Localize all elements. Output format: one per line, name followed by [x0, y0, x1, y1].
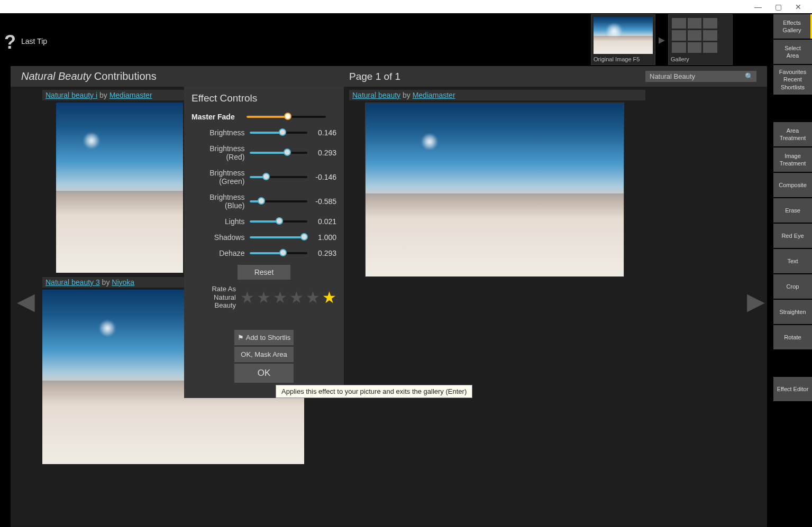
ok-tooltip: Applies this effect to your picture and … — [276, 385, 472, 398]
slider-1[interactable] — [250, 152, 307, 154]
slider-label-1: Brightness (Red) — [191, 144, 250, 161]
star-6[interactable]: ★ — [322, 288, 336, 307]
star-5[interactable]: ★ — [306, 288, 320, 307]
slider-label-0: Brightness — [191, 128, 250, 137]
star-4[interactable]: ★ — [289, 288, 304, 307]
slider-value-3: -0.585 — [311, 197, 336, 206]
panel-title: Effect Controls — [191, 93, 336, 104]
original-image-card[interactable]: Original Image F5 — [591, 14, 655, 65]
slider-label-3: Brightness (Blue) — [191, 193, 250, 210]
rail-text[interactable]: Text — [773, 249, 812, 273]
slider-value-2: -0.146 — [311, 173, 336, 181]
prev-arrow[interactable]: ◀ — [17, 288, 35, 315]
slider-value-6: 0.293 — [311, 249, 336, 257]
gallery-header: Natural Beauty Contributions Page 1 of 1… — [11, 66, 767, 87]
rail-rotate[interactable]: Rotate — [773, 325, 812, 349]
item-2-link[interactable]: Natural beauty — [352, 91, 400, 99]
slider-3[interactable] — [250, 200, 307, 202]
rail-crop[interactable]: Crop — [773, 274, 812, 299]
slider-value-4: 0.021 — [311, 217, 336, 226]
close-button[interactable]: ✕ — [795, 3, 801, 11]
item-3-link[interactable]: Natural beauty 3 — [45, 278, 100, 286]
slider-2[interactable] — [250, 176, 307, 178]
rail-effects-gallery[interactable]: Effects Gallery — [773, 14, 812, 39]
master-fade-slider[interactable] — [247, 116, 326, 118]
rail-straighten[interactable]: Straighten — [773, 300, 812, 324]
slider-5[interactable] — [250, 236, 307, 238]
star-3[interactable]: ★ — [273, 288, 287, 307]
gallery-card[interactable]: Gallery — [668, 14, 733, 65]
search-input[interactable] — [645, 71, 756, 82]
window-titlebar: — ▢ ✕ — [0, 0, 812, 13]
slider-6[interactable] — [250, 252, 307, 254]
item-1-header: Natural beauty i by Mediamaster — [42, 90, 185, 100]
ok-button[interactable]: OK — [234, 364, 294, 383]
original-thumbnail — [594, 17, 653, 54]
last-tip-link[interactable]: Last Tip — [21, 37, 47, 45]
page-indicator: Page 1 of 1 — [349, 71, 400, 82]
rail-area-treatment[interactable]: Area Treatment — [773, 122, 812, 146]
right-toolbar: Effects Gallery Select Area Favourites R… — [773, 14, 812, 401]
item-1-link[interactable]: Natural beauty i — [45, 91, 97, 99]
gallery-title: Natural Beauty Contributions — [21, 70, 157, 82]
item-2-author[interactable]: Mediamaster — [413, 91, 455, 99]
slider-label-4: Lights — [191, 217, 250, 226]
ok-mask-button[interactable]: OK, Mask Area — [234, 347, 294, 362]
rail-image-treatment[interactable]: Image Treatment — [773, 147, 812, 172]
original-label: Original Image F5 — [594, 56, 653, 62]
rate-label: Rate AsNatural Beauty — [191, 285, 236, 310]
flag-icon: ⚑ — [238, 334, 244, 341]
slider-value-1: 0.293 — [311, 149, 336, 157]
reset-button[interactable]: Reset — [238, 265, 291, 280]
maximize-button[interactable]: ▢ — [775, 3, 782, 11]
rail-select-area[interactable]: Select Area — [773, 40, 812, 64]
slider-value-0: 0.146 — [311, 128, 336, 137]
effect-controls-panel: Effect Controls Master Fade Brightness0.… — [184, 86, 344, 398]
item-1-image[interactable] — [56, 103, 183, 273]
rail-red-eye[interactable]: Red Eye — [773, 224, 812, 248]
slider-value-5: 1.000 — [311, 233, 336, 242]
rail-favourites[interactable]: Favourites Recent Shortlists — [773, 65, 812, 95]
rating-stars[interactable]: ★ ★ ★ ★ ★ ★ — [240, 288, 336, 307]
slider-label-2: Brightness (Green) — [191, 169, 250, 186]
slider-label-5: Shadows — [191, 233, 250, 242]
rail-composite[interactable]: Composite — [773, 173, 812, 197]
rail-effect-editor[interactable]: Effect Editor — [773, 377, 812, 401]
item-3-header: Natural beauty 3 by Niyoka — [42, 277, 185, 288]
item-1-author[interactable]: Mediamaster — [110, 91, 152, 99]
add-shortlist-button[interactable]: ⚑Add to Shortlis — [234, 330, 294, 345]
minimize-button[interactable]: — — [754, 3, 762, 11]
slider-4[interactable] — [250, 220, 307, 223]
star-1[interactable]: ★ — [240, 288, 254, 307]
slider-0[interactable] — [250, 132, 307, 134]
item-2-image[interactable] — [365, 103, 624, 277]
search-icon[interactable]: 🔍 — [745, 72, 753, 80]
rail-erase[interactable]: Erase — [773, 198, 812, 223]
master-fade-label: Master Fade — [191, 113, 247, 121]
item-2-header: Natural beauty by Mediamaster — [349, 90, 645, 100]
gallery-grid-icon — [671, 17, 718, 54]
next-arrow[interactable]: ▶ — [747, 288, 765, 315]
star-2[interactable]: ★ — [257, 288, 271, 307]
help-icon[interactable]: ? — [4, 31, 16, 53]
chevron-right-icon: ▸ — [659, 32, 665, 47]
gallery-label: Gallery — [671, 56, 730, 62]
item-3-author[interactable]: Niyoka — [112, 278, 134, 286]
slider-label-6: Dehaze — [191, 249, 250, 257]
